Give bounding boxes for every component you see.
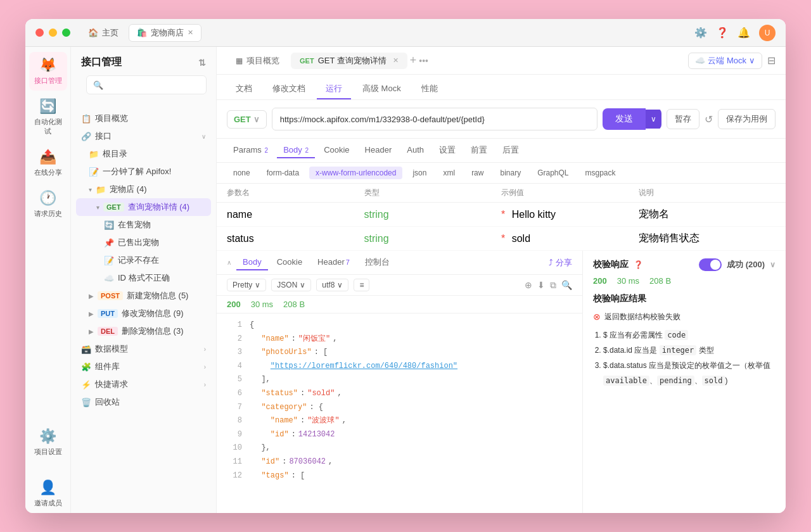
sidebar-item-invite-members[interactable]: 👤 邀请成员 <box>29 474 67 513</box>
photo-url-link[interactable]: "https://loremflickr.com/640/480/fashion… <box>271 360 457 374</box>
send-button[interactable]: 发送 <box>603 108 646 130</box>
param-tab-auth[interactable]: Auth <box>400 142 430 158</box>
content-tab-advanced-mock[interactable]: 高级 Mock <box>354 79 410 99</box>
maximize-button[interactable] <box>62 28 70 37</box>
sidebar-item-api-management[interactable]: 🦊 接口管理 <box>29 52 67 91</box>
sidebar-item-request-history[interactable]: 🕐 请求历史 <box>29 185 67 224</box>
method-select[interactable]: GET ∨ <box>227 110 267 129</box>
response-tab-cookie[interactable]: Cookie <box>271 255 309 270</box>
bell-icon[interactable]: 🔔 <box>738 27 750 39</box>
format-wrap-button[interactable]: ≡ <box>354 279 369 291</box>
nav-item-pet-shop-folder[interactable]: ▾ 📁 宠物店 (4) <box>76 180 211 198</box>
help-icon[interactable]: ❓ <box>716 27 729 39</box>
send-dropdown-button[interactable]: ∨ <box>646 110 661 129</box>
json-line: 11 "id": 87036042, <box>227 455 572 469</box>
nav-item-id-invalid[interactable]: ☁️ ID 格式不正确 <box>76 269 211 287</box>
tab-home[interactable]: 🏠 主页 <box>80 25 126 41</box>
sidebar-item-online-share[interactable]: 📤 在线分享 <box>29 144 67 182</box>
body-type-xml[interactable]: xml <box>437 167 461 179</box>
top-tab-project-overview[interactable]: ▦ 项目概览 <box>227 53 288 69</box>
close-button[interactable] <box>35 28 44 37</box>
required-indicator: * <box>501 233 505 244</box>
minimize-button[interactable] <box>49 28 57 37</box>
param-tabs: Params 2 Body 2 Cookie Header Auth 设置 前置… <box>217 139 786 163</box>
nav-item-interface[interactable]: 🔗 接口 ∨ <box>76 127 211 145</box>
save-as-case-button[interactable]: 保存为用例 <box>718 109 776 129</box>
download-icon[interactable]: ⬇ <box>537 280 545 291</box>
collapse-icon[interactable]: ∧ <box>227 259 231 266</box>
nav-item-on-sale[interactable]: 🔄 在售宠物 <box>76 216 211 234</box>
body-type-msgpack[interactable]: msgpack <box>579 167 622 179</box>
nav-item-del-pet[interactable]: ▶ DEL 删除宠物信息 (3) <box>76 322 211 340</box>
nav-item-project-overview[interactable]: 📋 项目概览 <box>76 110 211 127</box>
param-tab-params[interactable]: Params 2 <box>227 142 274 158</box>
tab-close-icon[interactable]: ✕ <box>188 28 193 37</box>
param-tab-cookie[interactable]: Cookie <box>317 142 355 158</box>
sort-icon[interactable]: ⇅ <box>198 58 206 68</box>
tab-pet-shop[interactable]: 🛍️ 宠物商店 ✕ <box>129 24 201 42</box>
content-tab-run[interactable]: 运行 <box>317 79 351 99</box>
table-row: status string * sold 宠物销售状态 <box>217 227 786 251</box>
nav-item-components[interactable]: 🧩 组件库 › <box>76 358 211 376</box>
more-tabs-icon[interactable]: ••• <box>419 56 428 66</box>
expand-icon: ▾ <box>89 186 92 193</box>
param-tab-post[interactable]: 后置 <box>496 142 525 160</box>
add-tab-icon[interactable]: + <box>410 54 417 67</box>
nav-item-no-record[interactable]: 📝 记录不存在 <box>76 251 211 269</box>
format-pretty-button[interactable]: Pretty ∨ <box>227 279 266 291</box>
refresh-icon[interactable]: ↺ <box>705 113 713 125</box>
copy-icon[interactable]: ⧉ <box>550 280 556 291</box>
trash-icon: 🗑️ <box>81 398 91 407</box>
sidebar-item-project-settings[interactable]: ⚙️ 项目设置 <box>29 423 67 462</box>
body-type-form-data[interactable]: form-data <box>260 167 305 179</box>
content-tab-doc[interactable]: 文档 <box>227 79 261 99</box>
layout-icon[interactable]: ⊟ <box>767 54 776 66</box>
share-button[interactable]: ⤴ 分享 <box>549 257 572 269</box>
url-input[interactable] <box>272 108 597 130</box>
settings-icon[interactable]: ⚙️ <box>694 27 707 39</box>
nav-item-put-pet[interactable]: ▶ PUT 修改宠物信息 (9) <box>76 305 211 322</box>
home-icon: 🏠 <box>88 28 98 37</box>
avatar[interactable]: U <box>759 25 776 41</box>
body-type-binary[interactable]: binary <box>494 167 527 179</box>
nav-item-post-new-pet[interactable]: ▶ POST 新建宠物信息 (5) <box>76 287 211 305</box>
validation-toggle[interactable] <box>699 258 722 271</box>
nav-item-sold[interactable]: 📌 已售出宠物 <box>76 234 211 251</box>
nav-item-data-model[interactable]: 🗃️ 数据模型 › <box>76 340 211 358</box>
nav-item-get-pet-detail[interactable]: ▾ GET 查询宠物详情 (4) <box>76 198 211 216</box>
fox-icon: 🦊 <box>39 57 56 73</box>
body-type-json[interactable]: json <box>406 167 433 179</box>
tab-close-icon[interactable]: ✕ <box>393 56 399 65</box>
question-icon[interactable]: ❓ <box>634 260 643 269</box>
body-type-raw[interactable]: raw <box>465 167 490 179</box>
content-tab-performance[interactable]: 性能 <box>412 79 447 99</box>
sidebar-item-automation[interactable]: 🔄 自动化测试 <box>29 93 67 141</box>
response-tab-console[interactable]: 控制台 <box>359 254 396 272</box>
body-type-graphql[interactable]: GraphQL <box>531 167 575 179</box>
param-description: 宠物销售状态 <box>639 232 776 245</box>
extract-icon[interactable]: ⊕ <box>525 280 532 291</box>
response-tab-header[interactable]: Header7 <box>311 255 356 270</box>
nav-item-recycle[interactable]: 🗑️ 回收站 <box>76 393 211 411</box>
cloud-mock-button[interactable]: ☁️ 云端 Mock ∨ <box>688 53 762 69</box>
param-tab-pre[interactable]: 前置 <box>464 142 494 160</box>
response-tab-body[interactable]: Body <box>236 255 268 270</box>
param-tab-settings[interactable]: 设置 <box>433 142 462 160</box>
search-input[interactable] <box>86 75 207 94</box>
content-tab-edit-doc[interactable]: 修改文档 <box>264 79 314 99</box>
nav-item-root[interactable]: 📁 根目录 <box>76 145 211 163</box>
chevron-down-icon[interactable]: ∨ <box>770 260 776 269</box>
nav-item-quick-request[interactable]: ⚡ 快捷请求 › <box>76 376 211 393</box>
param-tab-header[interactable]: Header <box>359 142 399 158</box>
format-encoding-button[interactable]: utf8 ∨ <box>316 279 348 291</box>
chevron-right-icon: › <box>204 364 206 370</box>
body-type-urlencoded[interactable]: x-www-form-urlencoded <box>309 167 402 179</box>
search-icon[interactable]: 🔍 <box>561 280 572 291</box>
param-tab-body[interactable]: Body 2 <box>277 142 315 158</box>
method-label: GET <box>300 57 314 65</box>
save-draft-button[interactable]: 暂存 <box>667 109 699 129</box>
body-type-none[interactable]: none <box>227 167 257 179</box>
format-json-button[interactable]: JSON ∨ <box>271 279 311 291</box>
nav-item-intro[interactable]: 📝 一分钟了解 Apifox! <box>76 163 211 180</box>
top-tab-get-pet[interactable]: GET GET 查询宠物详情 ✕ <box>291 53 407 69</box>
